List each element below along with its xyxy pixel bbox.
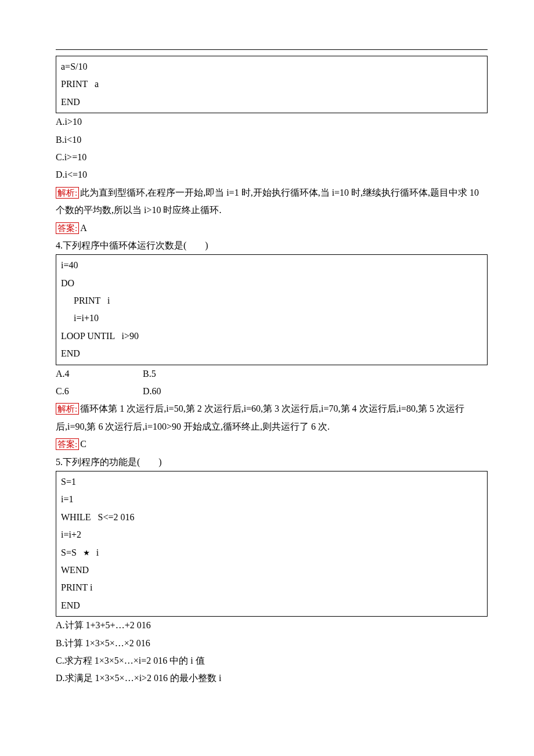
option-b: B.i<10 (56, 131, 488, 149)
code-line: END (61, 597, 482, 614)
q5-option-c: C.求方程 1×3×5×…×i=2 016 中的 i 值 (56, 652, 488, 669)
code-line: a=S/10 (61, 58, 482, 75)
q4-stem: 4.下列程序中循环体运行次数是( ) (56, 237, 488, 254)
code-line-ssi: S=S i (61, 544, 482, 561)
q5-option-d: D.求满足 1×3×5×…×i>2 016 的最小整数 i (56, 669, 488, 687)
q5-option-b: B.计算 1×3×5×…×2 016 (56, 635, 488, 652)
q5-option-a: A.计算 1+3+5+…+2 016 (56, 617, 488, 634)
header-rule (56, 49, 488, 50)
code-line: LOOP UNTIL i>90 (61, 327, 482, 345)
code-line: PRINT a (61, 75, 482, 93)
q5-stem: 5.下列程序的功能是( ) (56, 453, 488, 471)
q4-options-row2: C.6 D.60 (56, 383, 488, 400)
code-line: WEND (61, 561, 482, 579)
analysis-tag: 解析: (56, 187, 79, 199)
code-line: PRINT i (61, 292, 482, 309)
answer-text: A (80, 223, 87, 233)
code-block-q4: i=40 DO PRINT i i=i+10 LOOP UNTIL i>90 E… (56, 254, 488, 365)
code-line: PRINT i (61, 579, 482, 596)
option-c: C.i>=10 (56, 149, 488, 166)
code-line: WHILE S<=2 016 (61, 509, 482, 526)
code-line: i=1 (61, 491, 482, 508)
code-line: END (61, 93, 482, 111)
analysis-text: 循环体第 1 次运行后,i=50,第 2 次运行后,i=60,第 3 次运行后,… (56, 404, 464, 431)
code-text: i (96, 548, 99, 557)
code-text: S=S (61, 548, 77, 557)
code-block-q5: S=1 i=1 WHILE S<=2 016 i=i+2 S=S i WEND … (56, 471, 488, 617)
analysis-tag: 解析: (56, 403, 79, 415)
q4-option-a: A.4 (56, 365, 143, 383)
answer-text: C (80, 439, 86, 449)
q4-option-b: B.5 (143, 365, 230, 383)
answer-tag: 答案: (56, 222, 79, 234)
option-a: A.i>10 (56, 113, 488, 131)
code-line: S=1 (61, 473, 482, 491)
q4-answer: 答案:C (56, 435, 488, 453)
q4-options-row1: A.4 B.5 (56, 365, 488, 383)
q4-option-c: C.6 (56, 383, 143, 400)
answer-a: 答案:A (56, 219, 488, 237)
answer-tag: 答案: (56, 438, 79, 450)
q4-analysis: 解析:循环体第 1 次运行后,i=50,第 2 次运行后,i=60,第 3 次运… (56, 400, 488, 435)
analysis-text: 此为直到型循环,在程序一开始,即当 i=1 时,开始执行循环体,当 i=10 时… (56, 188, 479, 215)
code-block-a: a=S/10 PRINT a END (56, 56, 488, 113)
code-line: i=i+10 (61, 309, 482, 327)
document-page: a=S/10 PRINT a END A.i>10 B.i<10 C.i>=10… (0, 0, 534, 756)
code-line: DO (61, 275, 482, 292)
code-line: i=i+2 (61, 526, 482, 543)
code-line: i=40 (61, 257, 482, 274)
star-icon (84, 544, 89, 561)
analysis-a: 解析:此为直到型循环,在程序一开始,即当 i=1 时,开始执行循环体,当 i=1… (56, 184, 488, 219)
svg-marker-0 (84, 550, 89, 556)
code-line: END (61, 345, 482, 362)
q4-option-d: D.60 (143, 383, 230, 400)
option-d: D.i<=10 (56, 166, 488, 183)
